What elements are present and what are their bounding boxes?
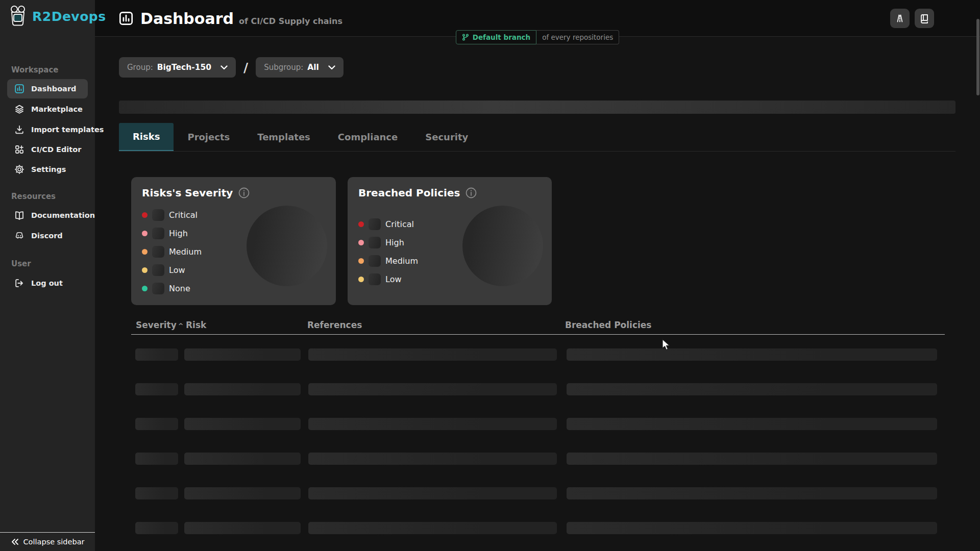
table-row — [0, 348, 980, 361]
legend-count-skeleton — [369, 273, 381, 285]
column-header-severity[interactable]: Severity^ — [136, 320, 184, 330]
app-logo[interactable]: R2Devops — [8, 5, 106, 28]
logout-icon — [14, 278, 24, 288]
column-header-risk[interactable]: Risk — [186, 320, 206, 330]
sidebar-item-settings[interactable]: Settings — [7, 160, 88, 179]
handbook-button[interactable] — [915, 9, 934, 28]
table-row — [0, 383, 980, 395]
info-icon[interactable] — [465, 187, 477, 198]
page-subtitle: of CI/CD Supply chains — [239, 11, 342, 26]
section-label-user: User — [11, 259, 31, 268]
subgroup-label: Subgroup: — [264, 63, 303, 72]
sidebar-item-marketplace[interactable]: Marketplace — [7, 99, 88, 119]
discord-icon — [14, 231, 24, 241]
sidebar-item-import-templates[interactable]: Import templates — [7, 120, 88, 139]
dashboard-tabs: Risks Projects Templates Compliance Secu… — [119, 123, 955, 152]
default-branch-label: Default branch — [473, 33, 530, 41]
every-repositories-label: of every repositories — [542, 33, 613, 41]
skeleton-cell — [135, 487, 178, 499]
legend-count-skeleton — [369, 255, 381, 267]
skeleton-cell — [135, 383, 178, 395]
roadmap-button[interactable] — [890, 9, 910, 28]
sidebar-item-cicd-editor[interactable]: CI/CD Editor — [7, 140, 88, 159]
legend-count-skeleton — [152, 283, 164, 294]
skeleton-cell — [135, 348, 178, 361]
table-header-divider — [131, 334, 945, 335]
tab-templates[interactable]: Templates — [243, 123, 324, 151]
sidebar-item-documentation[interactable]: Documentation — [7, 206, 88, 225]
every-repositories-badge[interactable]: of every repositories — [536, 30, 619, 44]
git-branch-icon — [462, 34, 469, 41]
donut-chart-skeleton — [462, 206, 543, 286]
sidebar-item-logout[interactable]: Log out — [7, 273, 88, 293]
skeleton-cell — [308, 383, 557, 395]
robot-logo-icon — [8, 5, 28, 28]
grid-plus-icon — [14, 144, 24, 155]
column-header-breached-policies[interactable]: Breached Policies — [565, 320, 652, 330]
severity-dot — [358, 240, 364, 245]
severity-dot — [142, 249, 148, 255]
group-label: Group: — [127, 63, 153, 72]
loading-bar-skeleton — [119, 101, 955, 114]
page-title: Dashboard — [140, 10, 234, 28]
subgroup-select[interactable]: Subgroup: All — [256, 57, 344, 78]
card-title: Breached Policies — [358, 187, 460, 199]
chevron-down-icon — [328, 65, 335, 70]
severity-dot — [358, 221, 364, 227]
collapse-sidebar-button[interactable]: Collapse sidebar — [0, 532, 95, 551]
skeleton-cell — [567, 383, 937, 395]
skeleton-cell — [184, 383, 301, 395]
gear-icon — [14, 164, 24, 174]
tab-projects[interactable]: Projects — [174, 123, 243, 151]
column-header-references[interactable]: References — [307, 320, 362, 330]
skeleton-cell — [308, 487, 557, 499]
legend-count-skeleton — [152, 246, 164, 258]
tab-security[interactable]: Security — [411, 123, 482, 151]
breached-policies-card: Breached Policies Critical High Medium — [348, 177, 552, 305]
tab-compliance[interactable]: Compliance — [324, 123, 411, 151]
legend-count-skeleton — [152, 209, 164, 221]
skeleton-cell — [135, 418, 178, 430]
skeleton-cell — [184, 348, 301, 361]
double-chevron-left-icon — [11, 538, 19, 545]
severity-dot — [358, 258, 364, 264]
skeleton-cell — [567, 487, 937, 499]
section-label-workspace: Workspace — [11, 65, 59, 74]
default-branch-badge[interactable]: Default branch — [456, 30, 536, 44]
group-select[interactable]: Group: BigTech-150 — [119, 57, 236, 78]
info-icon[interactable] — [238, 187, 250, 198]
skeleton-cell — [567, 453, 937, 465]
table-row — [0, 418, 980, 430]
group-value: BigTech-150 — [157, 63, 211, 72]
bar-chart-icon — [118, 11, 134, 26]
roadmap-icon — [895, 13, 905, 23]
table-row — [0, 453, 980, 465]
table-row — [0, 487, 980, 499]
severity-dot — [358, 277, 364, 282]
skeleton-cell — [308, 348, 557, 361]
skeleton-cell — [567, 418, 937, 430]
sidebar: R2Devops Workspace Dashboard Marketplace — [0, 0, 95, 551]
handbook-icon — [919, 13, 929, 23]
skeleton-cell — [135, 453, 178, 465]
bar-chart-icon — [14, 84, 24, 94]
skeleton-cell — [567, 348, 937, 361]
vertical-scrollbar[interactable] — [976, 19, 979, 95]
severity-dot — [142, 286, 148, 291]
skeleton-cell — [308, 522, 557, 534]
skeleton-cell — [184, 453, 301, 465]
download-icon — [14, 124, 24, 135]
severity-dot — [142, 231, 148, 236]
skeleton-cell — [567, 522, 937, 534]
chevron-down-icon — [220, 65, 228, 70]
legend-count-skeleton — [369, 237, 381, 248]
book-open-icon — [14, 210, 24, 220]
tab-risks[interactable]: Risks — [119, 123, 174, 151]
legend-count-skeleton — [152, 228, 164, 239]
sidebar-item-dashboard[interactable]: Dashboard — [7, 79, 88, 98]
skeleton-cell — [184, 522, 301, 534]
layers-icon — [14, 104, 24, 114]
skeleton-cell — [184, 418, 301, 430]
sidebar-item-discord[interactable]: Discord — [7, 226, 88, 245]
card-title: Risks's Severity — [142, 187, 233, 199]
